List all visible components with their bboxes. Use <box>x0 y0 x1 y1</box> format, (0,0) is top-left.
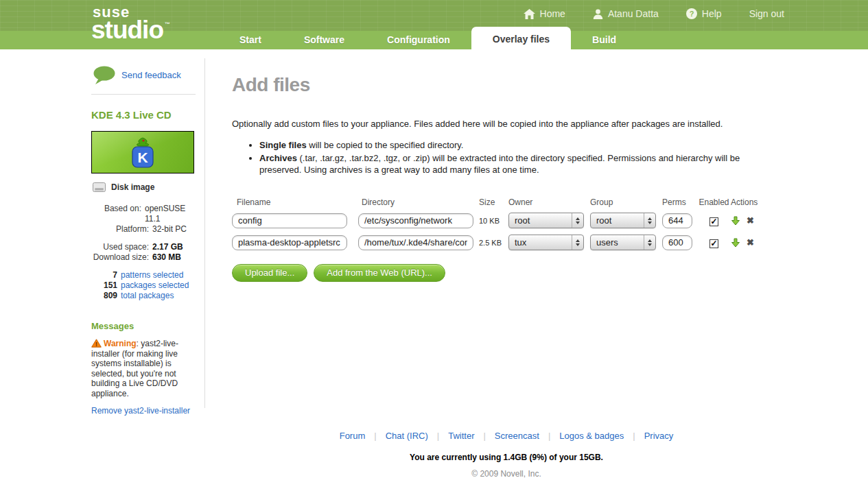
owner-select[interactable]: root <box>508 213 584 228</box>
perms-input[interactable] <box>662 213 692 228</box>
help-icon: ? <box>686 8 697 19</box>
sidebar-divider <box>204 58 205 408</box>
kde-logo-icon: K <box>128 136 157 169</box>
disk-image-label: Disk image <box>111 182 154 192</box>
filename-input[interactable] <box>232 235 347 250</box>
user-icon <box>593 9 603 19</box>
help-link[interactable]: ? Help <box>686 8 722 19</box>
overlay-files-table: Filename Directory Size Owner Group Perm… <box>232 197 766 251</box>
messages-heading: Messages <box>91 321 196 331</box>
select-stepper-icon <box>572 235 583 250</box>
user-name: Atanu Datta <box>608 8 659 19</box>
patterns-selected-link[interactable]: 7 patterns selected <box>91 270 196 280</box>
upload-file-button[interactable]: Upload file... <box>232 264 307 282</box>
select-stepper-icon <box>644 213 655 228</box>
svg-text:?: ? <box>689 10 694 18</box>
info-bullet-list: Single files will be copied to the speci… <box>235 139 766 176</box>
footer-link-twitter[interactable]: Twitter <box>448 431 474 441</box>
header-group: Group <box>590 197 662 207</box>
owner-value: root <box>515 215 530 226</box>
select-stepper-icon <box>644 235 655 250</box>
tab-software[interactable]: Software <box>283 31 366 49</box>
intro-text: Optionally add custom files to your appl… <box>232 119 766 129</box>
footer-link-chat[interactable]: Chat (IRC) <box>386 431 428 441</box>
delete-row-icon[interactable]: ✖ <box>747 216 754 225</box>
header-filename: Filename <box>232 197 358 207</box>
main-content: Add files Optionally add custom files to… <box>232 69 766 282</box>
tabs-container: Start Software Configuration Overlay fil… <box>218 27 637 49</box>
packages-selected-link[interactable]: 151 packages selected <box>91 280 196 291</box>
file-size: 10 KB <box>479 217 508 225</box>
group-value: users <box>596 237 618 248</box>
stat-used-space: Used space: 2.17 GB <box>91 242 196 252</box>
file-size: 2.5 KB <box>479 239 508 247</box>
delete-row-icon[interactable]: ✖ <box>747 238 754 247</box>
appliance-thumbnail: K <box>91 131 194 173</box>
messages-section: Messages !Warning: yast2-live-installer … <box>91 321 196 416</box>
bullet-archives: Archives (.tar, .tar.gz, .tar.bz2, .tgz,… <box>259 152 766 176</box>
header-size: Size <box>479 197 508 207</box>
top-navigation: Home Atanu Datta ? Help Sign out <box>524 8 784 19</box>
footer-separator: | <box>548 431 550 441</box>
group-select[interactable]: root <box>590 213 656 228</box>
tab-build[interactable]: Build <box>571 31 637 49</box>
owner-select[interactable]: tux <box>508 235 584 250</box>
group-select[interactable]: users <box>590 235 656 250</box>
stat-platform: Platform: 32-bit PC <box>91 224 196 235</box>
header-actions: Actions <box>731 197 765 207</box>
footer-link-privacy[interactable]: Privacy <box>644 431 674 441</box>
footer-separator: | <box>437 431 439 441</box>
footer-links: Forum|Chat (IRC)|Twitter|Screencast|Logo… <box>232 431 781 441</box>
tab-start[interactable]: Start <box>218 31 283 49</box>
help-label: Help <box>702 8 722 19</box>
home-label: Home <box>540 8 565 19</box>
appliance-name: KDE 4.3 Live CD <box>91 109 196 121</box>
remove-yast2-live-installer-link[interactable]: Remove yast2-live-installer <box>91 406 196 416</box>
footer-link-logos[interactable]: Logos & badges <box>559 431 624 441</box>
download-file-icon[interactable] <box>731 238 740 248</box>
send-feedback-link[interactable]: Send feedback <box>93 66 196 84</box>
owner-value: tux <box>515 237 526 248</box>
table-row: 2.5 KB tux users ✓ ✖ <box>232 235 766 251</box>
suse-studio-logo[interactable]: suse studio™ <box>91 5 170 43</box>
copyright-text: © 2009 Novell, Inc. <box>232 469 781 479</box>
filename-input[interactable] <box>232 213 347 228</box>
warning-message: !Warning: yast2-live-installer (for maki… <box>91 339 194 398</box>
header-owner: Owner <box>508 197 590 207</box>
enabled-checkbox[interactable]: ✓ <box>709 217 718 226</box>
action-buttons: Upload file... Add from the Web (URL)... <box>232 264 766 282</box>
page-title: Add files <box>232 74 766 96</box>
footer-separator: | <box>633 431 635 441</box>
perms-input[interactable] <box>662 235 692 250</box>
directory-input[interactable] <box>358 235 473 250</box>
sign-out-link[interactable]: Sign out <box>749 8 784 19</box>
footer-link-screencast[interactable]: Screencast <box>495 431 539 441</box>
warning-label: Warning <box>104 339 137 348</box>
download-file-icon[interactable] <box>731 216 740 226</box>
add-from-web-button[interactable]: Add from the Web (URL)... <box>314 264 445 282</box>
stat-download-size: Download size: 630 MB <box>91 252 196 263</box>
tab-configuration[interactable]: Configuration <box>366 31 471 49</box>
send-feedback-label: Send feedback <box>121 70 181 80</box>
appliance-stats: Based on: openSUSE 11.1 Platform: 32-bit… <box>91 204 196 301</box>
header-perms: Perms <box>662 197 697 207</box>
svg-text:!: ! <box>95 341 97 348</box>
table-row: 10 KB root root ✓ ✖ <box>232 213 766 229</box>
svg-text:K: K <box>137 149 148 165</box>
bullet-single-files: Single files will be copied to the speci… <box>259 139 766 152</box>
warning-icon: ! <box>91 339 102 348</box>
select-stepper-icon <box>572 213 583 228</box>
footer-separator: | <box>374 431 376 441</box>
footer-link-forum[interactable]: Forum <box>340 431 366 441</box>
stat-based-on: Based on: openSUSE 11.1 <box>91 204 196 224</box>
footer-separator: | <box>483 431 485 441</box>
total-packages-link[interactable]: 809 total packages <box>91 291 196 301</box>
tab-overlay-files[interactable]: Overlay files <box>471 27 571 49</box>
enabled-checkbox[interactable]: ✓ <box>709 239 718 248</box>
home-link[interactable]: Home <box>524 8 565 19</box>
storage-usage-text: You are currently using 1.4GB (9%) of yo… <box>232 453 781 462</box>
directory-input[interactable] <box>358 213 473 228</box>
user-account-link[interactable]: Atanu Datta <box>593 8 659 19</box>
disk-image-row: Disk image <box>93 182 196 192</box>
header-enabled: Enabled <box>697 197 731 207</box>
